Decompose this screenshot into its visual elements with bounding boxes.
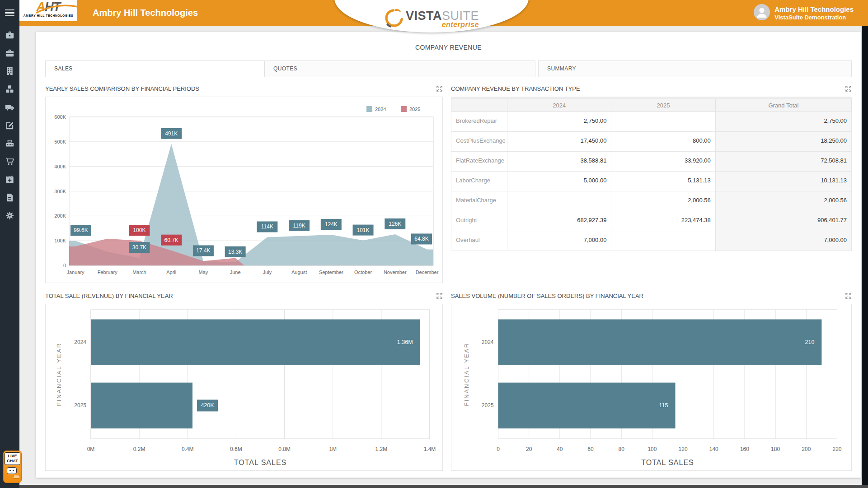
data-label: 99.6K bbox=[74, 227, 88, 233]
x-tick-month: October bbox=[354, 270, 372, 275]
tab-summary[interactable]: SUMMARY bbox=[538, 60, 852, 77]
sidebar-icon-truck[interactable] bbox=[0, 98, 19, 116]
x-tick-month: January bbox=[66, 270, 84, 275]
sidebar-icon-cash-register[interactable] bbox=[0, 134, 19, 152]
sidebar-icon-document[interactable] bbox=[0, 188, 19, 206]
sidebar-icon-calendar-plus[interactable] bbox=[0, 170, 19, 188]
y-tick: 500K bbox=[54, 139, 66, 144]
row-label: Overhaul bbox=[451, 231, 507, 251]
y-tick: 100K bbox=[54, 238, 66, 243]
x-tick: 140 bbox=[709, 446, 718, 452]
x-tick: 120 bbox=[679, 446, 688, 452]
y-tick: 600K bbox=[54, 114, 66, 120]
column-header-2025: 2025 bbox=[611, 98, 715, 112]
sidebar-icon-briefcase[interactable] bbox=[0, 26, 19, 44]
cell-value: 17,450.00 bbox=[507, 132, 611, 152]
bar-value-label: 420K bbox=[201, 402, 214, 409]
x-tick: 0.8M bbox=[278, 446, 291, 452]
column-header-Grand Total: Grand Total bbox=[715, 98, 851, 112]
data-label: 126K bbox=[389, 221, 401, 227]
tab-sales[interactable]: SALES bbox=[45, 60, 264, 77]
data-label: 114K bbox=[261, 223, 273, 230]
expand-icon[interactable] bbox=[436, 293, 443, 299]
x-tick: 220 bbox=[832, 446, 841, 452]
data-label: 60.7K bbox=[164, 237, 178, 243]
sidebar-icon-edit[interactable] bbox=[0, 116, 19, 134]
x-tick-month: November bbox=[384, 270, 407, 275]
table-row: BrokeredRepair2,750.002,750.00 bbox=[451, 112, 852, 132]
expand-icon[interactable] bbox=[845, 85, 852, 92]
area-chart-yearly-sales: 0100K200K300K400K500K600KJanuaryFebruary… bbox=[45, 97, 443, 283]
sidebar-icon-building[interactable] bbox=[0, 62, 19, 80]
table-row: Overhaul7,000.007,000.00 bbox=[451, 231, 852, 251]
expand-icon[interactable] bbox=[845, 293, 852, 299]
x-axis-label: TOTAL SALES bbox=[641, 459, 694, 466]
menu-hamburger-icon[interactable] bbox=[0, 0, 19, 26]
data-label: 119K bbox=[293, 223, 305, 229]
page-title: COMPANY REVENUE bbox=[36, 32, 861, 51]
row-label: LaborCharge bbox=[451, 172, 507, 191]
user-menu[interactable]: Ambry Hill Technologies VistaSuite Demon… bbox=[754, 0, 854, 26]
panel-title-transaction-type: COMPANY REVENUE BY TRANSACTION TYPE bbox=[451, 85, 580, 92]
x-tick: 180 bbox=[771, 446, 780, 452]
table-row: LaborCharge5,000.005,131.1310,131.13 bbox=[451, 172, 852, 191]
live-chat-button[interactable]: LIVE CHAT bbox=[3, 451, 22, 483]
y-axis-label: FINANCIAL YEAR bbox=[56, 342, 62, 406]
cell-value: 10,131.13 bbox=[715, 172, 851, 191]
x-axis-label: TOTAL SALES bbox=[234, 459, 287, 466]
brand-suite: SUITE bbox=[442, 9, 479, 23]
panel-sales-volume: SALES VOLUME (NUMBER OF SALES ORDERS) BY… bbox=[451, 290, 852, 471]
transaction-type-table: 20242025Grand TotalBrokeredRepair2,750.0… bbox=[451, 97, 852, 284]
cell-value: 38,588.81 bbox=[507, 152, 611, 172]
panel-title-sales-volume: SALES VOLUME (NUMBER OF SALES ORDERS) BY… bbox=[451, 293, 643, 299]
row-label: Outright bbox=[451, 211, 507, 231]
bar-2024 bbox=[91, 319, 420, 365]
cell-value: 72,508.81 bbox=[715, 152, 851, 172]
user-avatar bbox=[754, 4, 770, 22]
cell-value: 906,401.77 bbox=[715, 211, 851, 231]
x-tick-month: August bbox=[291, 270, 307, 275]
table-row: CostPlusExchange17,450.00800.0018,250.00 bbox=[451, 132, 852, 152]
y-category: 2024 bbox=[482, 339, 494, 345]
x-tick: 100 bbox=[647, 446, 657, 452]
legend-label: 2025 bbox=[409, 107, 420, 112]
data-label: 101K bbox=[357, 227, 370, 233]
sidebar-icon-settings[interactable] bbox=[0, 206, 19, 224]
cell-value: 2,750.00 bbox=[507, 112, 611, 132]
bar-chart-sales-volume: 0204060801001201401601802002202024210202… bbox=[451, 304, 852, 471]
y-tick: 200K bbox=[54, 213, 66, 218]
revenue-table: 20242025Grand TotalBrokeredRepair2,750.0… bbox=[451, 97, 852, 251]
tab-bar: SALESQUOTESSUMMARY bbox=[45, 60, 852, 77]
x-tick: 0.2M bbox=[133, 446, 145, 452]
x-tick: 160 bbox=[740, 446, 749, 452]
cell-value bbox=[611, 231, 715, 251]
header-company-title: Ambry Hill Technologies bbox=[93, 0, 198, 26]
x-tick: 0 bbox=[497, 446, 500, 452]
sidebar bbox=[0, 0, 19, 488]
panel-revenue-by-transaction-type: COMPANY REVENUE BY TRANSACTION TYPE 2024… bbox=[451, 83, 852, 284]
x-tick: 20 bbox=[526, 446, 532, 452]
x-tick: 200 bbox=[802, 446, 811, 452]
row-label: CostPlusExchange bbox=[451, 132, 507, 152]
x-tick: 1M bbox=[329, 446, 337, 452]
sidebar-icon-cubes[interactable] bbox=[0, 80, 19, 98]
bottom-edge-strip bbox=[0, 485, 868, 488]
x-tick-month: April bbox=[166, 270, 176, 275]
y-category: 2025 bbox=[482, 402, 494, 409]
cell-value: 2,750.00 bbox=[715, 112, 851, 132]
y-category: 2025 bbox=[74, 402, 86, 409]
row-label: BrokeredRepair bbox=[451, 112, 507, 132]
sidebar-icon-shopping-cart[interactable] bbox=[0, 152, 19, 170]
tab-quotes[interactable]: QUOTES bbox=[264, 60, 535, 77]
x-tick-month: March bbox=[132, 270, 146, 275]
brand-logotype: VISTASUITE enterprise bbox=[406, 10, 479, 28]
legend-label: 2024 bbox=[375, 107, 386, 112]
sidebar-icon-briefcase-alt[interactable] bbox=[0, 44, 19, 62]
x-tick: 1.4M bbox=[424, 446, 436, 452]
bar-value-label: 115 bbox=[659, 402, 668, 409]
aht-logo[interactable]: AHT AMBRY HILL TECHNOLOGIES bbox=[19, 0, 77, 21]
expand-icon[interactable] bbox=[436, 85, 443, 92]
y-tick: 400K bbox=[54, 164, 66, 169]
panel-yearly-sales-comparison: YEARLY SALES COMPARISON BY FINANCIAL PER… bbox=[45, 83, 443, 284]
data-label: 30.7K bbox=[132, 244, 146, 251]
